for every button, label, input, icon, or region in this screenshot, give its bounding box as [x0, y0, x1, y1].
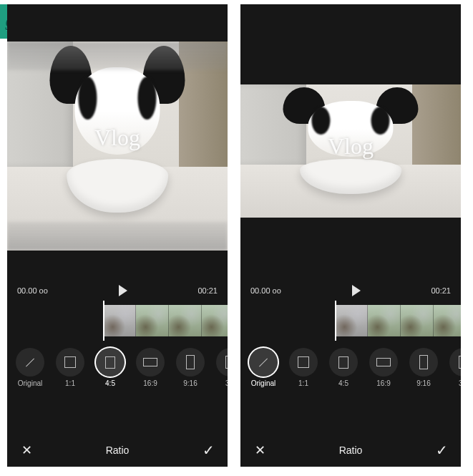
cancel-button[interactable] [19, 442, 34, 458]
ratio-option-1_1[interactable]: 1:1 [52, 348, 89, 387]
ratio-label: Original [251, 379, 275, 387]
aspect-icon [143, 358, 157, 366]
video-preview-area[interactable]: Vlog [7, 4, 228, 281]
toolbar-title: Ratio [339, 445, 363, 456]
ratio-circle [449, 348, 461, 377]
letterbox-bottom [7, 222, 228, 251]
ratio-option-3_4[interactable]: 3:4 [445, 348, 461, 387]
ratio-circle [16, 348, 44, 377]
clip-thumbnails[interactable] [103, 305, 228, 336]
ratio-circle [96, 348, 125, 377]
bottom-toolbar: Ratio [240, 435, 461, 467]
ratio-label: Original [18, 379, 42, 387]
thumb[interactable] [169, 305, 202, 336]
play-icon[interactable] [352, 285, 361, 296]
ratio-option-3_4[interactable]: 3:4 [212, 348, 228, 387]
ratio-option-4_5[interactable]: 4:5 [325, 348, 362, 387]
playhead[interactable] [335, 301, 336, 341]
time-total: 00:21 [431, 286, 451, 295]
time-total: 00:21 [198, 286, 218, 295]
ratio-circle [329, 348, 358, 377]
thumb[interactable] [401, 305, 434, 336]
timeline-track[interactable] [240, 301, 461, 341]
screenshot-pair: Vlog 00.00 oo 00:21 Original1:14:516:99:… [0, 0, 473, 474]
ratio-option-16_9[interactable]: 16:9 [132, 348, 169, 387]
phone-screen-left: Vlog 00.00 oo 00:21 Original1:14:516:99:… [7, 4, 228, 467]
play-icon[interactable] [119, 285, 127, 296]
thumb[interactable] [434, 305, 461, 336]
video-frame: Vlog [7, 42, 228, 251]
thumb[interactable] [103, 305, 136, 336]
overlay-title-text: Vlog [94, 125, 140, 151]
ratio-option-9_16[interactable]: 9:16 [405, 348, 442, 387]
phone-screen-right: Vlog 00.00 oo 00:21 Original1:14:516:99:… [240, 4, 461, 467]
ratio-label: 9:16 [416, 379, 430, 387]
cancel-button[interactable] [252, 442, 268, 458]
thumb[interactable] [136, 305, 169, 336]
aspect-icon [105, 356, 115, 369]
aspect-icon [338, 356, 348, 369]
ratio-options: Original1:14:516:99:163:4 [7, 346, 228, 389]
ratio-circle [216, 348, 228, 377]
ratio-circle [369, 348, 398, 377]
ratio-option-original[interactable]: Original [11, 348, 49, 387]
ratio-circle [289, 348, 318, 377]
aspect-icon [186, 355, 195, 369]
ratio-circle [176, 348, 205, 377]
original-icon [256, 355, 270, 369]
aspect-icon [459, 356, 461, 369]
ratio-label: 1:1 [298, 379, 308, 387]
letterbox-top [7, 42, 228, 70]
ratio-label: 4:5 [338, 379, 348, 387]
timeline-header: 00.00 oo 00:21 [240, 281, 461, 298]
playhead[interactable] [103, 301, 104, 341]
ratio-option-16_9[interactable]: 16:9 [365, 348, 402, 387]
timeline-track[interactable] [7, 301, 228, 341]
ratio-circle [249, 348, 278, 377]
ratio-option-original[interactable]: Original [245, 348, 282, 387]
ratio-circle [56, 348, 84, 377]
ratio-option-4_5[interactable]: 4:5 [92, 348, 129, 387]
ratio-option-9_16[interactable]: 9:16 [172, 348, 209, 387]
confirm-button[interactable] [434, 442, 449, 458]
ratio-circle [136, 348, 165, 377]
confirm-button[interactable] [200, 442, 216, 458]
thumb[interactable] [202, 305, 228, 336]
ratio-option-1_1[interactable]: 1:1 [285, 348, 322, 387]
original-icon [23, 355, 37, 369]
ratio-label: 3:4 [459, 379, 461, 387]
ratio-label: 16:9 [376, 379, 390, 387]
ratio-label: 1:1 [65, 379, 75, 387]
ratio-circle [409, 348, 438, 377]
aspect-icon [64, 356, 76, 368]
time-current: 00.00 oo [17, 286, 48, 295]
timeline-header: 00.00 oo 00:21 [7, 281, 228, 298]
ratio-options: Original1:14:516:99:163:4 [240, 346, 461, 389]
aspect-icon [419, 355, 428, 369]
thumb[interactable] [335, 305, 368, 336]
aspect-icon [376, 358, 391, 366]
overlay-title-text: Vlog [328, 132, 374, 159]
ratio-label: 9:16 [183, 379, 197, 387]
ratio-label: 4:5 [105, 379, 115, 387]
aspect-icon [298, 356, 309, 368]
aspect-icon [225, 356, 228, 369]
video-preview-area[interactable]: Vlog [240, 4, 461, 281]
bottom-toolbar: Ratio [7, 435, 228, 467]
video-frame: Vlog [240, 84, 461, 218]
thumb[interactable] [368, 305, 401, 336]
time-current: 00.00 oo [250, 286, 281, 295]
clip-thumbnails[interactable] [335, 305, 461, 336]
ratio-label: 16:9 [143, 379, 157, 387]
ratio-label: 3:4 [225, 379, 228, 387]
toolbar-title: Ratio [106, 445, 130, 456]
